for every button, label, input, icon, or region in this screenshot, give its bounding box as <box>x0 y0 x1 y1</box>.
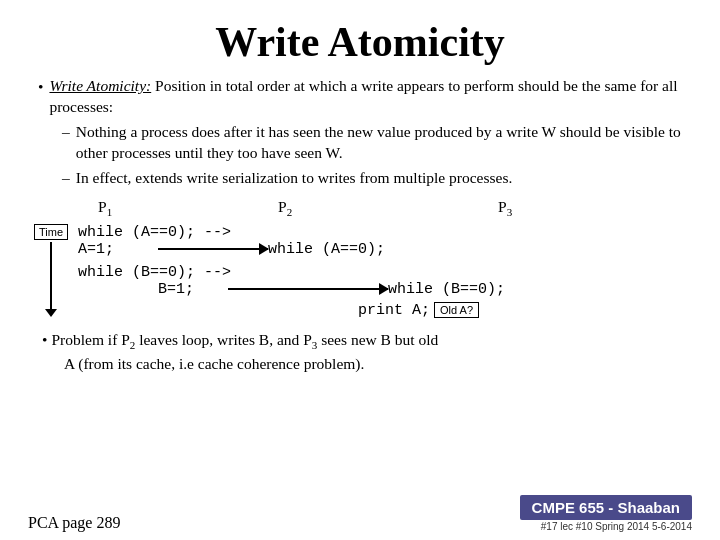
p1-label: P1 <box>98 197 278 220</box>
p2-label: P2 <box>278 197 498 220</box>
sub-bullets: – Nothing a process does after it has se… <box>62 122 692 189</box>
code-a-assign: A=1; <box>78 241 158 258</box>
footer-sub-text: #17 lec #10 Spring 2014 5-6-2014 <box>520 521 692 532</box>
old-a-badge: Old A? <box>434 302 479 318</box>
bullet-dot: • <box>38 77 43 118</box>
footer-left-text: PCA page 289 <box>28 514 120 531</box>
code-row-1: A=1; while (A==0); <box>78 241 692 258</box>
dash-2: – <box>62 168 70 189</box>
problem-line-1: • Problem if P2 leaves loop, writes B, a… <box>42 329 692 353</box>
p3-label: P3 <box>498 197 692 220</box>
footer: PCA page 289 CMPE 655 - Shaaban #17 lec … <box>0 495 720 532</box>
code-while1: while (A==0); <box>268 241 385 258</box>
time-label: Time <box>34 224 68 240</box>
footer-right-area: CMPE 655 - Shaaban #17 lec #10 Spring 20… <box>520 495 692 532</box>
footer-brand-box: CMPE 655 - Shaaban <box>520 495 692 520</box>
time-arrow-icon <box>50 242 52 310</box>
diagram-area: Time while (A==0); --> A=1; while (A==0)… <box>28 224 692 319</box>
code-row-3: print A; Old A? <box>358 302 692 319</box>
code-area: while (A==0); --> A=1; while (A==0); whi… <box>74 224 692 319</box>
code-row-2: B=1; while (B==0); <box>158 281 692 298</box>
slide: Write Atomicity • Write Atomicity: Posit… <box>0 0 720 540</box>
problem-text: Problem if P2 leaves loop, writes B, and… <box>51 329 438 353</box>
code-b-assign: B=1; <box>158 281 228 298</box>
p-labels-row: P1 P2 P3 <box>98 197 692 220</box>
bullet-term: Write Atomicity: <box>49 77 151 94</box>
footer-left: PCA page 289 <box>28 514 120 532</box>
arrow-right-1-icon <box>158 241 268 257</box>
sub-bullet-1: – Nothing a process does after it has se… <box>62 122 692 164</box>
sub-bullet-1-text: Nothing a process does after it has seen… <box>76 122 692 164</box>
problem-line-2: A (from its cache, i.e cache coherence p… <box>64 353 692 375</box>
bullet-text: Write Atomicity: Position in total order… <box>49 76 692 118</box>
code-print: print A; <box>358 302 430 319</box>
sub-bullet-2-text: In effect, extends write serialization t… <box>76 168 513 189</box>
slide-title: Write Atomicity <box>28 18 692 66</box>
time-column: Time <box>28 224 74 319</box>
sub-bullet-2: – In effect, extends write serialization… <box>62 168 692 189</box>
problem-bullet: • <box>42 329 47 353</box>
problem-section: • Problem if P2 leaves loop, writes B, a… <box>42 329 692 375</box>
bullet-section: • Write Atomicity: Position in total ord… <box>38 76 692 220</box>
dash-1: – <box>62 122 70 164</box>
code-while2: while (B==0); <box>388 281 505 298</box>
arrow-right-2-icon <box>228 281 388 297</box>
bullet-main: • Write Atomicity: Position in total ord… <box>38 76 692 118</box>
